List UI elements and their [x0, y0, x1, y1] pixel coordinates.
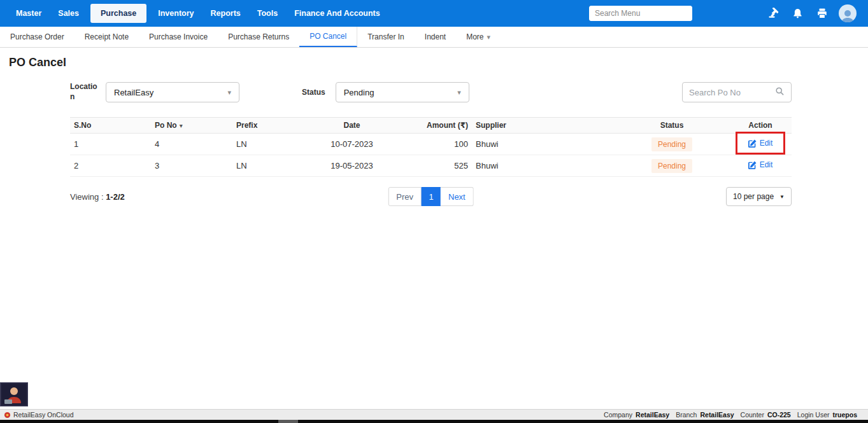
taskbar-item [278, 420, 298, 423]
topnav-purchase[interactable]: Purchase [90, 4, 146, 23]
cell-prefix: LN [232, 139, 287, 149]
select-caret-icon: ▼ [779, 194, 785, 200]
table-header-row: S.No Po No▾ Prefix Date Amount (₹) Suppl… [70, 117, 792, 134]
sort-caret-icon[interactable]: ▾ [180, 122, 183, 129]
status-select[interactable]: Pending ▾ [336, 82, 469, 102]
tab-purchase-returns[interactable]: Purchase Returns [218, 27, 299, 47]
user-avatar[interactable] [839, 4, 857, 22]
branch-label: Branch [676, 411, 697, 419]
page-number-button[interactable]: 1 [422, 187, 441, 206]
printer-icon[interactable] [816, 8, 828, 20]
table-footer: Viewing : 1-2/2 Prev 1 Next 10 per page … [70, 186, 792, 207]
branch-value: RetailEasy [700, 411, 734, 419]
notification-bell-icon[interactable] [792, 8, 804, 20]
location-select[interactable]: RetailEasy ▾ [106, 82, 239, 102]
cell-pono: 4 [151, 139, 232, 149]
cell-supplier: Bhuwi [472, 161, 615, 170]
topnav-tools[interactable]: Tools [249, 0, 286, 27]
next-page-button[interactable]: Next [441, 187, 474, 206]
purchase-subnav: Purchase Order Receipt Note Purchase Inv… [0, 27, 868, 48]
cell-sno: 1 [70, 139, 151, 149]
status-select-value: Pending [344, 88, 374, 97]
status-label: Status [302, 88, 325, 97]
po-cancel-table: S.No Po No▾ Prefix Date Amount (₹) Suppl… [70, 117, 792, 177]
page-title: PO Cancel [9, 56, 868, 69]
chevron-down-icon: ▾ [457, 88, 461, 97]
prev-page-button[interactable]: Prev [388, 187, 422, 206]
tab-transfer-in[interactable]: Transfer In [357, 27, 415, 47]
topnav-sales[interactable]: Sales [50, 0, 87, 27]
edit-button-label: Edit [760, 160, 773, 169]
edit-pencil-icon [748, 139, 757, 148]
topnav-reports[interactable]: Reports [203, 0, 249, 27]
header-pono[interactable]: Po No▾ [151, 121, 232, 130]
edit-pencil-icon [748, 161, 757, 169]
tab-indent[interactable]: Indent [415, 27, 456, 47]
header-date: Date [287, 121, 417, 130]
login-user-value: truepos [832, 411, 857, 419]
header-pono-label: Po No [155, 121, 177, 130]
login-user-label: Login User [797, 411, 830, 419]
cell-date: 19-05-2023 [287, 161, 417, 170]
cell-amount: 525 [417, 161, 472, 170]
topbar-icons [767, 8, 828, 20]
screenshot-thumbnail[interactable] [0, 382, 28, 406]
taskbar-strip [0, 420, 868, 423]
company-label: Company [604, 411, 632, 419]
app-logo-icon [4, 412, 11, 419]
pagination: Prev 1 Next [388, 187, 473, 206]
tab-purchase-order[interactable]: Purchase Order [0, 27, 75, 47]
cell-status: Pending [615, 137, 729, 151]
status-badge: Pending [651, 137, 692, 151]
location-select-value: RetailEasy [114, 88, 153, 97]
search-po-input[interactable] [689, 88, 775, 97]
topbar-right-group [589, 4, 862, 22]
cell-amount: 100 [417, 139, 472, 149]
counter-value: CO-225 [767, 411, 791, 419]
cell-supplier: Bhuwi [472, 139, 615, 149]
cell-date: 10-07-2023 [287, 139, 417, 149]
header-action: Action [729, 121, 792, 130]
topnav-inventory[interactable]: Inventory [150, 0, 202, 27]
cell-pono: 3 [151, 161, 232, 170]
app-name: RetailEasy OnCloud [13, 411, 74, 419]
tab-po-cancel[interactable]: PO Cancel [299, 27, 357, 47]
topnav-finance[interactable]: Finance And Accounts [286, 0, 388, 27]
company-value: RetailEasy [636, 411, 669, 419]
search-icon[interactable] [775, 87, 785, 99]
table-row: 2 3 LN 19-05-2023 525 Bhuwi Pending Edit [70, 155, 792, 177]
chevron-down-icon: ▾ [487, 33, 491, 41]
viewing-text: Viewing : 1-2/2 [70, 192, 125, 202]
header-amount: Amount (₹) [417, 121, 472, 130]
gavel-icon[interactable] [767, 8, 779, 20]
cell-action: Edit [729, 160, 792, 171]
tab-purchase-invoice[interactable]: Purchase Invoice [139, 27, 218, 47]
statusbar-session-info: Company RetailEasy Branch RetailEasy Cou… [604, 411, 864, 419]
tab-receipt-note[interactable]: Receipt Note [75, 27, 139, 47]
edit-button[interactable]: Edit [748, 139, 773, 148]
edit-button-label: Edit [760, 139, 773, 148]
viewing-value: 1-2/2 [106, 192, 125, 202]
header-status: Status [615, 121, 729, 130]
tab-more[interactable]: More ▾ [456, 27, 501, 47]
topnav-master[interactable]: Master [8, 0, 50, 27]
per-page-select[interactable]: 10 per page ▼ [726, 187, 792, 206]
search-menu-input[interactable] [589, 6, 692, 21]
header-prefix: Prefix [232, 121, 287, 130]
cell-sno: 2 [70, 161, 151, 170]
search-po-box [682, 82, 792, 102]
edit-button[interactable]: Edit [748, 160, 773, 169]
tab-more-label: More [466, 32, 483, 41]
per-page-value: 10 per page [733, 192, 774, 201]
counter-label: Counter [741, 411, 764, 419]
chevron-down-icon: ▾ [227, 88, 231, 97]
cell-status: Pending [615, 159, 729, 173]
statusbar-app: RetailEasy OnCloud [4, 411, 74, 419]
filters-row: Location RetailEasy ▾ Status Pending ▾ [70, 82, 792, 102]
table-row: 1 4 LN 10-07-2023 100 Bhuwi Pending Edit [70, 134, 792, 155]
status-badge: Pending [651, 159, 692, 173]
location-label: Location [70, 82, 101, 102]
viewing-label: Viewing : [70, 192, 106, 202]
cell-action: Edit [729, 139, 792, 149]
cell-prefix: LN [232, 161, 287, 170]
